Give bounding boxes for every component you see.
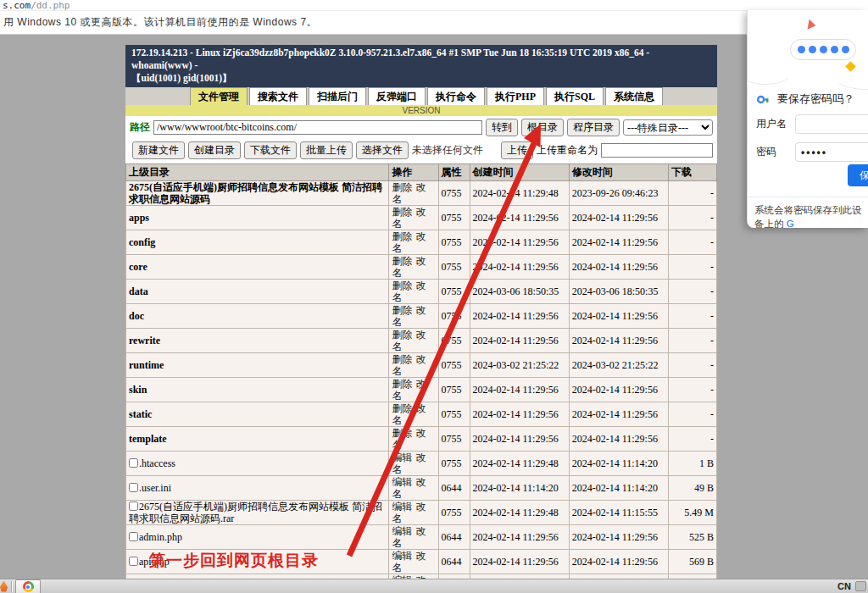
size-cell: - [668, 181, 716, 206]
download-file-button[interactable]: 下载文件 [244, 141, 297, 159]
tab-执行PHP[interactable]: 执行PHP [487, 87, 544, 105]
tab-bar: 文件管理搜索文件扫描后门反弹端口执行命令执行PHP执行SQL系统信息 [125, 87, 717, 105]
size-cell: - [668, 304, 716, 329]
created-cell: 2024-02-14 11:29:56 [470, 230, 569, 255]
file-checkbox[interactable] [129, 502, 138, 511]
tab-搜索文件[interactable]: 搜索文件 [249, 87, 307, 105]
upload-rename-input[interactable] [601, 143, 713, 158]
op-link-1[interactable]: 删除 [392, 280, 412, 291]
server-info-line1: 172.19.14.213 - Linux iZj6ca39dzz8b7phop… [131, 47, 711, 72]
tab-系统信息[interactable]: 系统信息 [605, 87, 663, 105]
file-checkbox[interactable] [129, 532, 138, 541]
op-link-1[interactable]: 编辑 [392, 452, 412, 463]
tab-扫描后门[interactable]: 扫描后门 [309, 87, 366, 105]
password-dots-bubble [790, 39, 856, 60]
op-link-1[interactable]: 删除 [392, 255, 412, 267]
modified-cell: 2024-02-14 11:29:56 [569, 230, 668, 255]
go-button[interactable]: 转到 [486, 119, 518, 136]
modified-cell: 2024-02-14 11:29:56 [569, 378, 668, 402]
flame-app-icon[interactable] [0, 581, 8, 592]
tab-执行命令[interactable]: 执行命令 [427, 87, 485, 105]
file-name[interactable]: runtime [129, 359, 164, 371]
op-link-1[interactable]: 删除 [392, 206, 412, 218]
upload-rename-label: 上传重命名为 [537, 143, 598, 158]
header-parent-dir[interactable]: 上级目录 [126, 164, 389, 181]
modified-cell: 2023-09-26 09:46:23 [569, 181, 668, 206]
file-checkbox[interactable] [129, 458, 138, 468]
keyboard-icon[interactable] [855, 581, 866, 591]
op-link-1[interactable]: 删除 [392, 304, 412, 316]
file-name[interactable]: static [129, 408, 152, 420]
file-name[interactable]: rewrite [129, 335, 160, 346]
table-row: static 删除改名 0755 2024-02-14 11:29:56 202… [126, 402, 717, 427]
file-name[interactable]: config [129, 236, 155, 248]
path-input[interactable] [153, 120, 482, 135]
google-account-link[interactable]: G [787, 219, 794, 228]
address-bar[interactable]: s.com/dd.php [0, 0, 868, 11]
op-link-1[interactable]: 编辑 [392, 476, 412, 488]
tab-反弹端口[interactable]: 反弹端口 [368, 87, 426, 105]
op-link-1[interactable]: 删除 [392, 329, 412, 341]
save-password-dialog: 要保存密码吗？ 用户名 密码 保存 系统会将密码保存到此设备上的 G 中。 [747, 10, 868, 228]
created-cell: 2024-02-14 11:29:56 [470, 304, 569, 329]
perm-cell: 0644 [438, 525, 470, 550]
file-checkbox[interactable] [129, 483, 138, 492]
table-row: .htaccess 编辑改名 0755 2024-02-14 11:29:48 … [126, 452, 717, 476]
tab-执行SQL[interactable]: 执行SQL [546, 87, 604, 105]
header-modified: 修改时间 [569, 164, 668, 181]
file-table: 上级目录 操作 属性 创建时间 修改时间 下载 2675(自适应手机端)厨师招聘… [125, 163, 717, 593]
root-dir-button[interactable]: 根目录 [521, 119, 564, 136]
dialog-title: 要保存密码吗？ [777, 91, 854, 107]
special-dir-select[interactable]: ---特殊目录--- [623, 119, 713, 136]
file-name: admin.php [139, 531, 182, 543]
upload-button[interactable]: 上传 [501, 141, 533, 159]
file-name[interactable]: template [129, 433, 167, 445]
new-file-button[interactable]: 新建文件 [132, 141, 185, 159]
file-name[interactable]: apps [129, 212, 149, 224]
op-link-1[interactable]: 删除 [392, 181, 412, 193]
created-cell: 2024-03-02 21:25:22 [470, 353, 569, 378]
op-link-1[interactable]: 删除 [392, 230, 412, 242]
file-name[interactable]: doc [129, 310, 144, 322]
new-dir-button[interactable]: 创建目录 [188, 141, 241, 159]
op-link-1[interactable]: 编辑 [392, 550, 412, 562]
perm-cell: 0755 [438, 501, 470, 525]
perm-cell: 0755 [438, 206, 470, 230]
modified-cell: 2024-02-14 11:14:20 [569, 476, 668, 501]
op-link-1[interactable]: 删除 [392, 353, 412, 365]
taskbar-separator [11, 581, 13, 592]
op-link-1[interactable]: 编辑 [392, 525, 412, 537]
op-link-1[interactable]: 删除 [392, 402, 412, 414]
size-cell: 525 B [668, 525, 716, 550]
file-table-body: 2675(自适应手机端)厨师招聘信息发布网站模板 简洁招聘求职信息网站源码 删除… [126, 181, 717, 593]
size-cell: 569 B [668, 550, 716, 574]
perm-cell: 0644 [438, 476, 470, 501]
created-cell: 2024-02-14 11:29:56 [470, 550, 569, 574]
decor-triangle [808, 19, 817, 30]
op-link-1[interactable]: 删除 [392, 427, 412, 439]
modified-cell: 2024-02-14 11:29:56 [569, 525, 668, 550]
created-cell: 2024-02-14 11:14:20 [470, 476, 569, 501]
password-field[interactable] [795, 142, 868, 162]
op-link-1[interactable]: 删除 [392, 378, 412, 390]
taskbar: CN [0, 579, 868, 593]
file-name[interactable]: skin [129, 384, 147, 396]
perm-cell: 0755 [438, 280, 470, 304]
program-dir-button[interactable]: 程序目录 [567, 119, 620, 136]
created-cell: 2024-02-14 11:29:56 [470, 206, 569, 230]
file-name[interactable]: data [129, 285, 148, 297]
header-ops: 操作 [389, 164, 438, 181]
batch-upload-button[interactable]: 批量上传 [300, 141, 353, 159]
file-name[interactable]: core [129, 261, 147, 273]
save-password-button[interactable]: 保存 [848, 164, 868, 186]
size-cell: - [668, 329, 716, 353]
chrome-taskbar-button[interactable] [15, 579, 41, 593]
file-name[interactable]: 2675(自适应手机端)厨师招聘信息发布网站模板 简洁招聘求职信息网站源码 [129, 181, 382, 205]
input-language-indicator[interactable]: CN [837, 581, 851, 591]
file-checkbox[interactable] [129, 557, 138, 566]
modified-cell: 2024-02-14 11:29:56 [569, 427, 668, 452]
username-field[interactable] [795, 114, 868, 134]
op-link-1[interactable]: 编辑 [392, 501, 412, 513]
choose-file-button[interactable]: 选择文件 [356, 141, 409, 159]
tab-文件管理[interactable]: 文件管理 [190, 87, 248, 105]
